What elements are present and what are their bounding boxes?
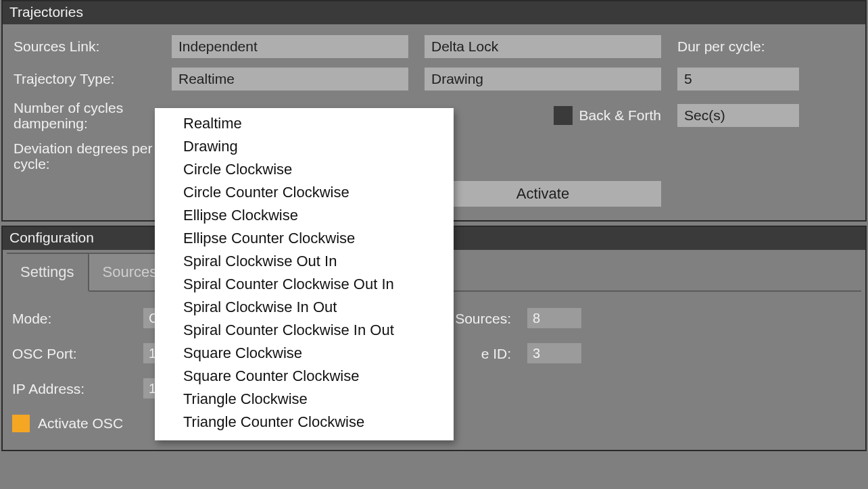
trajectory-option[interactable]: Square Clockwise	[155, 342, 454, 365]
trajectory-option[interactable]: Circle Clockwise	[155, 158, 454, 181]
trajectory-option[interactable]: Triangle Counter Clockwise	[155, 411, 454, 434]
id-input[interactable]: 3	[527, 343, 581, 363]
deviation-label: Deviation degrees per cycle:	[14, 140, 155, 172]
trajectory-option[interactable]: Realtime	[155, 112, 454, 135]
trajectory-option[interactable]: Square Counter Clockwise	[155, 365, 454, 388]
trajectory-option[interactable]: Ellipse Counter Clockwise	[155, 227, 454, 250]
back-forth-checkbox[interactable]	[554, 106, 573, 125]
drawing-select[interactable]: Drawing	[425, 68, 661, 91]
osc-port-label: OSC Port:	[12, 346, 127, 361]
trajectory-type-label: Trajectory Type:	[14, 71, 155, 86]
trajectory-type-dropdown[interactable]: RealtimeDrawingCircle ClockwiseCircle Co…	[155, 108, 454, 440]
trajectories-title: Trajectories	[3, 1, 865, 24]
tab-settings[interactable]: Settings	[7, 253, 89, 292]
seconds-select[interactable]: Sec(s)	[677, 104, 799, 127]
back-forth-label: Back & Forth	[579, 107, 661, 124]
trajectory-option[interactable]: Spiral Counter Clockwise In Out	[155, 319, 454, 342]
trajectory-option[interactable]: Spiral Clockwise Out In	[155, 250, 454, 273]
activate-osc-label: Activate OSC	[38, 415, 123, 432]
delta-lock-select[interactable]: Delta Lock	[425, 35, 661, 58]
dur-per-cycle-label: Dur per cycle:	[677, 38, 813, 54]
trajectory-option[interactable]: Ellipse Clockwise	[155, 204, 454, 227]
ip-address-label: IP Address:	[12, 381, 127, 396]
trajectory-option[interactable]: Circle Counter Clockwise	[155, 181, 454, 204]
trajectory-option[interactable]: Triangle Clockwise	[155, 388, 454, 411]
trajectory-type-select[interactable]: Realtime	[172, 68, 408, 91]
mode-label: Mode:	[12, 311, 127, 326]
dur-value-input[interactable]: 5	[677, 68, 799, 91]
num-cycles-label: Number of cycles dampening:	[14, 100, 155, 131]
sources-link-select[interactable]: Independent	[172, 35, 408, 58]
trajectory-option[interactable]: Spiral Counter Clockwise Out In	[155, 273, 454, 296]
sources-link-label: Sources Link:	[14, 38, 155, 54]
activate-osc-checkbox[interactable]	[12, 415, 30, 432]
activate-button[interactable]: Activate	[425, 181, 661, 207]
trajectory-option[interactable]: Spiral Clockwise In Out	[155, 296, 454, 319]
trajectory-option[interactable]: Drawing	[155, 135, 454, 158]
sources-count-input[interactable]: 8	[527, 308, 581, 328]
